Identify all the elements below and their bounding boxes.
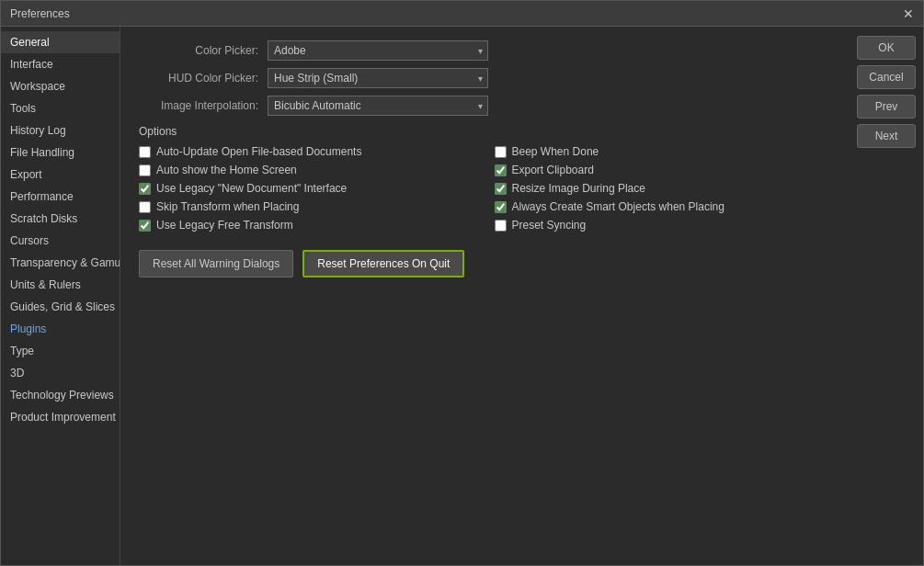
options-grid: Auto-Update Open File-based Documents Be…	[139, 145, 831, 232]
checkbox-auto-home-label: Auto show the Home Screen	[156, 164, 297, 176]
ok-button[interactable]: OK	[857, 36, 916, 60]
checkbox-legacy-new-doc-label: Use Legacy "New Document" Interface	[156, 182, 347, 195]
checkbox-preset-syncing-label: Preset Syncing	[512, 219, 587, 232]
sidebar-item-units-rulers[interactable]: Units & Rulers	[1, 274, 120, 296]
hud-color-picker-row: HUD Color Picker: Hue Strip (Small)Hue S…	[139, 68, 831, 88]
checkbox-legacy-free-transform: Use Legacy Free Transform	[139, 219, 476, 232]
close-button[interactable]: ✕	[903, 7, 914, 20]
sidebar-item-transparency-gamut[interactable]: Transparency & Gamut	[1, 252, 120, 274]
sidebar-item-cursors[interactable]: Cursors	[1, 230, 120, 252]
prev-button[interactable]: Prev	[857, 95, 916, 119]
sidebar-item-workspace[interactable]: Workspace	[1, 75, 120, 97]
content-area: Color Picker: AdobeWindows HUD Color Pic…	[120, 27, 850, 565]
checkbox-legacy-new-doc: Use Legacy "New Document" Interface	[139, 182, 476, 195]
checkbox-always-smart: Always Create Smart Objects when Placing	[495, 200, 832, 213]
checkbox-skip-transform-input[interactable]	[139, 201, 151, 213]
sidebar-item-history-log[interactable]: History Log	[1, 119, 120, 142]
checkbox-legacy-free-transform-input[interactable]	[139, 220, 151, 232]
hud-color-picker-label: HUD Color Picker:	[139, 72, 268, 85]
checkbox-beep-input[interactable]	[495, 146, 507, 158]
checkbox-preset-syncing-input[interactable]	[495, 220, 507, 232]
preferences-window: Preferences ✕ GeneralInterfaceWorkspaceT…	[0, 0, 924, 566]
main-content: GeneralInterfaceWorkspaceToolsHistory Lo…	[1, 27, 923, 565]
sidebar-item-product-improvement[interactable]: Product Improvement	[1, 406, 120, 428]
checkbox-auto-update-input[interactable]	[139, 146, 151, 158]
sidebar-item-general[interactable]: General	[1, 31, 120, 53]
sidebar-item-type[interactable]: Type	[1, 340, 120, 362]
next-button[interactable]: Next	[857, 124, 916, 148]
sidebar-item-file-handling[interactable]: File Handling	[1, 142, 120, 164]
checkbox-preset-syncing: Preset Syncing	[495, 219, 832, 232]
hud-color-picker-select-wrapper: Hue Strip (Small)Hue Strip (Medium)Hue S…	[268, 68, 488, 88]
reset-preferences-button[interactable]: Reset Preferences On Quit	[302, 250, 464, 277]
window-title: Preferences	[10, 7, 70, 20]
options-section: Options Auto-Update Open File-based Docu…	[139, 125, 831, 232]
sidebar: GeneralInterfaceWorkspaceToolsHistory Lo…	[1, 27, 120, 565]
checkbox-resize-image-input[interactable]	[495, 183, 507, 195]
checkbox-legacy-free-transform-label: Use Legacy Free Transform	[156, 219, 293, 232]
reset-warnings-button[interactable]: Reset All Warning Dialogs	[139, 250, 293, 277]
checkbox-export-clipboard-input[interactable]	[495, 164, 507, 176]
hud-color-picker-select[interactable]: Hue Strip (Small)Hue Strip (Medium)Hue S…	[268, 68, 488, 88]
sidebar-item-technology-previews[interactable]: Technology Previews	[1, 384, 120, 406]
sidebar-item-tools[interactable]: Tools	[1, 97, 120, 119]
sidebar-item-3d[interactable]: 3D	[1, 362, 120, 384]
checkbox-always-smart-input[interactable]	[495, 201, 507, 213]
checkbox-resize-image: Resize Image During Place	[495, 182, 832, 195]
checkbox-beep: Beep When Done	[495, 145, 832, 158]
checkbox-resize-image-label: Resize Image During Place	[512, 182, 645, 195]
checkbox-legacy-new-doc-input[interactable]	[139, 183, 151, 195]
image-interpolation-label: Image Interpolation:	[139, 99, 268, 112]
image-interpolation-row: Image Interpolation: Bicubic AutomaticNe…	[139, 96, 831, 116]
checkbox-export-clipboard-label: Export Clipboard	[512, 164, 594, 176]
checkbox-beep-label: Beep When Done	[512, 145, 599, 158]
checkbox-auto-update-label: Auto-Update Open File-based Documents	[156, 145, 361, 158]
options-label: Options	[139, 125, 831, 138]
color-picker-select-wrapper: AdobeWindows	[268, 40, 488, 61]
sidebar-item-plugins[interactable]: Plugins	[1, 318, 120, 340]
sidebar-item-scratch-disks[interactable]: Scratch Disks	[1, 208, 120, 230]
color-picker-label: Color Picker:	[139, 44, 268, 57]
title-bar: Preferences ✕	[1, 1, 923, 27]
checkbox-skip-transform: Skip Transform when Placing	[139, 200, 476, 213]
cancel-button[interactable]: Cancel	[857, 65, 916, 89]
color-picker-select[interactable]: AdobeWindows	[268, 40, 488, 61]
image-interpolation-select-wrapper: Bicubic AutomaticNearest NeighborBilinea…	[268, 96, 488, 116]
checkbox-auto-home-input[interactable]	[139, 164, 151, 176]
action-buttons-row: Reset All Warning Dialogs Reset Preferen…	[139, 250, 831, 277]
sidebar-item-export[interactable]: Export	[1, 164, 120, 186]
sidebar-item-interface[interactable]: Interface	[1, 53, 120, 75]
right-panel: OK Cancel Prev Next	[850, 27, 923, 565]
checkbox-export-clipboard: Export Clipboard	[495, 164, 832, 176]
checkbox-always-smart-label: Always Create Smart Objects when Placing	[512, 200, 724, 213]
checkbox-auto-home: Auto show the Home Screen	[139, 164, 476, 176]
sidebar-item-guides-grid-slices[interactable]: Guides, Grid & Slices	[1, 296, 120, 318]
checkbox-auto-update: Auto-Update Open File-based Documents	[139, 145, 476, 158]
checkbox-skip-transform-label: Skip Transform when Placing	[156, 200, 299, 213]
color-picker-row: Color Picker: AdobeWindows	[139, 40, 831, 61]
sidebar-item-performance[interactable]: Performance	[1, 186, 120, 208]
image-interpolation-select[interactable]: Bicubic AutomaticNearest NeighborBilinea…	[268, 96, 488, 116]
